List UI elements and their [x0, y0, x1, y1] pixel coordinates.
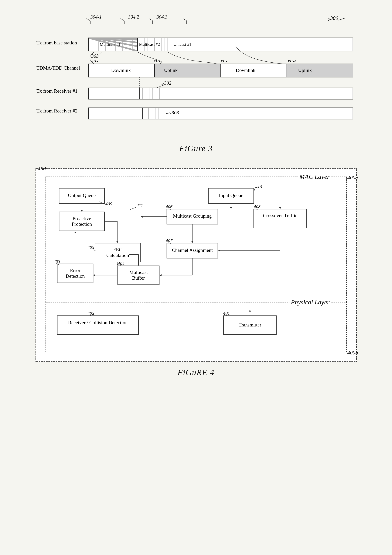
svg-marker-155 [137, 264, 139, 266]
svg-marker-140 [230, 207, 232, 209]
svg-marker-143 [279, 207, 281, 209]
svg-text:Error: Error [70, 268, 80, 273]
svg-text:404: 404 [118, 261, 124, 266]
svg-rect-111 [254, 209, 306, 228]
svg-rect-84 [88, 108, 353, 119]
svg-marker-145 [191, 241, 193, 243]
svg-text:Uplink: Uplink [298, 67, 312, 73]
fig3-diagram: 304-1 304.2 304.3 300 Tx from base stati… [36, 11, 357, 140]
svg-marker-158 [160, 274, 162, 276]
svg-text:Input Queue: Input Queue [219, 193, 243, 198]
svg-text:Crossover Traffic: Crossover Traffic [263, 213, 297, 218]
svg-line-5 [121, 19, 124, 21]
svg-line-103 [129, 207, 136, 210]
svg-line-15 [338, 18, 345, 20]
svg-text:304-1: 304-1 [90, 14, 102, 20]
mac-layer-title: MAC Layer [298, 173, 331, 180]
phys-layer-title: Physical Layer [289, 299, 331, 306]
svg-text:301-4: 301-4 [287, 58, 296, 63]
phys-content: Receiver / Collision Detection 402 Trans… [53, 308, 339, 346]
svg-marker-160 [93, 274, 95, 276]
figure4-title: FiGuRE 4 [26, 368, 366, 377]
svg-text:Multicast #1: Multicast #1 [100, 42, 121, 47]
svg-text:407: 407 [166, 238, 173, 243]
ref-400a: 400a [347, 175, 358, 181]
svg-text:301-3: 301-3 [220, 58, 229, 63]
figure3-title: FiGure 3 [26, 144, 366, 153]
figure3: 304-1 304.2 304.3 300 Tx from base stati… [26, 11, 366, 153]
svg-text:304.2: 304.2 [128, 14, 139, 20]
svg-text:409: 409 [105, 201, 112, 206]
svg-text:410: 410 [255, 184, 262, 189]
svg-text:Proactive: Proactive [72, 216, 91, 221]
ref-400b: 400b [347, 350, 358, 356]
svg-text:FEC: FEC [113, 247, 122, 252]
svg-text:301-2: 301-2 [152, 58, 162, 63]
svg-text:Transmitter: Transmitter [238, 322, 261, 328]
mac-content: Output Queue 409 Input Queue 410 411 Pro… [53, 183, 339, 296]
svg-text:300: 300 [330, 15, 338, 21]
svg-text:Multicast Grouping: Multicast Grouping [173, 213, 211, 219]
svg-text:Downlink: Downlink [236, 67, 255, 73]
svg-text:Detection: Detection [65, 273, 85, 279]
svg-marker-135 [81, 210, 83, 212]
svg-line-4 [86, 19, 90, 21]
svg-text:Unicast #1: Unicast #1 [173, 42, 191, 47]
fig3-svg: 304-1 304.2 304.3 300 Tx from base stati… [36, 11, 357, 140]
svg-line-9 [149, 19, 153, 21]
svg-text:303: 303 [171, 110, 179, 116]
svg-text:Buffer: Buffer [132, 275, 145, 281]
svg-text:408: 408 [254, 204, 261, 209]
svg-text:Multicast: Multicast [129, 270, 148, 275]
svg-line-70 [157, 85, 164, 88]
svg-text:402: 402 [87, 311, 94, 316]
svg-line-13 [183, 19, 187, 21]
svg-text:Output Queue: Output Queue [68, 193, 96, 198]
svg-text:Multicast #2: Multicast #2 [139, 42, 160, 47]
physical-layer-box: Physical Layer Receiver / Collision Dete… [46, 302, 347, 352]
fig4-outer-box: 400 400a 400b MAC Layer Output Queue 409… [36, 168, 357, 362]
svg-marker-172 [249, 310, 251, 312]
svg-text:302: 302 [164, 80, 171, 86]
svg-text:Calculation: Calculation [106, 253, 129, 258]
svg-text:403: 403 [53, 259, 60, 264]
svg-text:Tx from Receiver #1: Tx from Receiver #1 [36, 88, 78, 94]
mac-layer-box: MAC Layer Output Queue 409 Input Queue 4… [46, 176, 347, 302]
svg-marker-138 [116, 241, 118, 243]
figure4: 400 400a 400b MAC Layer Output Queue 409… [26, 168, 366, 377]
mac-layer-svg: Output Queue 409 Input Queue 410 411 Pro… [53, 183, 352, 296]
svg-text:304.3: 304.3 [156, 14, 168, 20]
svg-text:411: 411 [137, 203, 143, 208]
svg-text:Uplink: Uplink [164, 67, 178, 73]
svg-text:Tx from Receiver #2: Tx from Receiver #2 [36, 108, 78, 114]
svg-marker-162 [74, 231, 76, 233]
svg-marker-150 [218, 250, 220, 252]
svg-text:Protection: Protection [71, 221, 92, 227]
svg-text:Downlink: Downlink [111, 67, 131, 73]
svg-text:TDMA/TDD Channel: TDMA/TDD Channel [36, 65, 80, 71]
svg-text:301-1: 301-1 [90, 58, 100, 63]
svg-text:401: 401 [223, 311, 230, 316]
svg-text:Channel Assignment: Channel Assignment [172, 248, 213, 253]
ref-400: 400 [38, 166, 46, 172]
svg-text:406: 406 [166, 204, 172, 209]
svg-text:405: 405 [87, 245, 94, 250]
svg-text:Receiver / Collision Detection: Receiver / Collision Detection [68, 320, 128, 325]
svg-text:Tx from base station: Tx from base station [36, 40, 77, 45]
svg-rect-72 [88, 88, 353, 99]
phys-layer-svg: Receiver / Collision Detection 402 Trans… [53, 308, 352, 346]
svg-rect-60 [287, 64, 353, 77]
svg-marker-147 [141, 216, 143, 218]
